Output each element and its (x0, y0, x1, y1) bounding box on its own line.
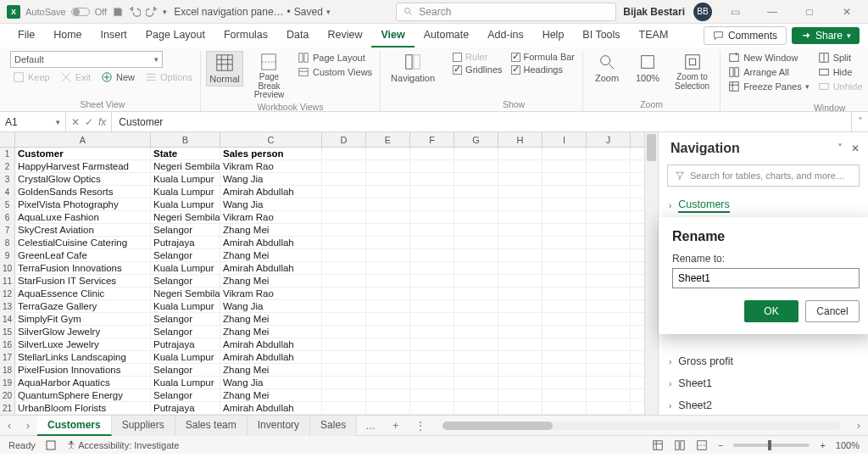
cell[interactable]: AquaHarbor Aquatics (15, 377, 151, 388)
cell[interactable] (366, 300, 410, 312)
nav-item-gross-profit[interactable]: ›Gross profit (659, 350, 868, 372)
row-header[interactable]: 19 (0, 377, 15, 388)
tab-prev-icon[interactable]: ‹ (0, 420, 19, 432)
cell[interactable] (454, 249, 498, 261)
cell[interactable] (366, 237, 410, 249)
view-options-button[interactable]: Options (142, 70, 195, 84)
tabs-more-icon[interactable]: … (357, 420, 384, 432)
cell[interactable] (322, 224, 366, 236)
cell[interactable] (587, 364, 631, 376)
qat-overflow[interactable]: ▾ (163, 8, 167, 16)
cell[interactable] (410, 313, 454, 325)
cell[interactable]: Wang Jia (220, 173, 322, 185)
row-header[interactable]: 3 (0, 173, 15, 185)
minimize-icon[interactable]: — (758, 6, 787, 18)
cell[interactable] (542, 211, 587, 223)
cell[interactable]: TerraFusion Innovations (15, 262, 151, 274)
cell[interactable]: State (151, 148, 220, 159)
cancel-button[interactable]: Cancel (805, 300, 860, 322)
cell[interactable] (454, 300, 498, 312)
sheet-tab-customers[interactable]: Customers (37, 416, 112, 436)
cell[interactable]: Amirah Abdullah (220, 237, 322, 249)
share-button[interactable]: Share ▾ (792, 27, 860, 44)
cell[interactable] (410, 148, 454, 159)
cell[interactable] (498, 198, 542, 210)
cell[interactable] (587, 211, 631, 223)
search-input[interactable]: Search (396, 3, 616, 21)
cell[interactable] (454, 351, 498, 363)
cell[interactable] (322, 275, 366, 287)
cell[interactable]: Negeri Sembilan (151, 160, 220, 172)
cell[interactable] (498, 211, 542, 223)
cell[interactable] (542, 300, 587, 312)
menu-tab-insert[interactable]: Insert (92, 24, 136, 47)
cell[interactable] (322, 288, 366, 299)
col-header-C[interactable]: C (220, 132, 322, 147)
cell[interactable]: Selangor (151, 389, 220, 401)
formula-bar-checkbox[interactable]: Formula Bar (509, 51, 578, 63)
row-header[interactable]: 17 (0, 351, 15, 363)
cell[interactable] (322, 389, 366, 401)
cell[interactable] (410, 173, 454, 185)
cell[interactable] (410, 224, 454, 236)
cell[interactable]: Wang Jia (220, 300, 322, 312)
cell[interactable] (322, 198, 366, 210)
cell[interactable]: Zhang Mei (220, 249, 322, 261)
cell[interactable] (410, 300, 454, 312)
cell[interactable] (366, 288, 410, 299)
cell[interactable]: SkyCrest Aviation (15, 224, 151, 236)
zoom-percent[interactable]: 100% (836, 440, 860, 450)
cell[interactable] (542, 313, 587, 325)
col-header-G[interactable]: G (454, 132, 498, 147)
cell[interactable] (587, 173, 631, 185)
cell[interactable]: AquaEssence Clinic (15, 288, 151, 299)
cell[interactable]: Zhang Mei (220, 275, 322, 287)
cell[interactable] (587, 148, 631, 159)
tab-splitter[interactable]: ⋮ (407, 420, 434, 432)
cell[interactable] (454, 326, 498, 338)
col-header-H[interactable]: H (498, 132, 542, 147)
row-header[interactable]: 10 (0, 262, 15, 274)
save-icon[interactable] (112, 6, 124, 18)
cell[interactable] (587, 249, 631, 261)
cell[interactable] (366, 389, 410, 401)
cell[interactable] (322, 402, 366, 414)
cell[interactable] (366, 313, 410, 325)
row-header[interactable]: 12 (0, 288, 15, 299)
cell[interactable] (410, 237, 454, 249)
exit-button[interactable]: Exit (58, 70, 93, 84)
cell[interactable] (498, 160, 542, 172)
cell[interactable]: StarFusion IT Services (15, 275, 151, 287)
cell[interactable] (322, 300, 366, 312)
navigation-button[interactable]: Navigation (386, 51, 440, 85)
cell[interactable] (366, 262, 410, 274)
hscroll-right-icon[interactable]: › (849, 420, 868, 432)
cell[interactable] (587, 262, 631, 274)
cell[interactable] (542, 198, 587, 210)
cell[interactable] (498, 364, 542, 376)
cell[interactable] (542, 364, 587, 376)
normal-view-button[interactable]: Normal (206, 51, 243, 87)
cell[interactable]: Sales person (220, 148, 322, 159)
cell[interactable]: Vikram Rao (220, 211, 322, 223)
cell[interactable]: CrystalGlow Optics (15, 173, 151, 185)
cell[interactable]: Customer (15, 148, 151, 159)
cell[interactable] (366, 211, 410, 223)
cell[interactable] (322, 237, 366, 249)
menu-tab-help[interactable]: Help (533, 24, 574, 47)
cell[interactable]: AquaLuxe Fashion (15, 211, 151, 223)
rename-input[interactable] (672, 268, 860, 288)
cell[interactable] (542, 377, 587, 388)
add-sheet-button[interactable]: + (384, 420, 407, 432)
cell[interactable]: QuantumSphere Energy (15, 389, 151, 401)
formula-input[interactable]: Customer (112, 112, 851, 131)
cell[interactable] (498, 402, 542, 414)
menu-tab-page-layout[interactable]: Page Layout (136, 24, 214, 47)
cell[interactable] (454, 338, 498, 350)
cell[interactable] (542, 262, 587, 274)
macro-record-icon[interactable] (46, 440, 56, 450)
cell[interactable]: Selangor (151, 224, 220, 236)
row-header[interactable]: 21 (0, 402, 15, 414)
cell[interactable]: SilverLuxe Jewelry (15, 338, 151, 350)
cell[interactable] (542, 402, 587, 414)
